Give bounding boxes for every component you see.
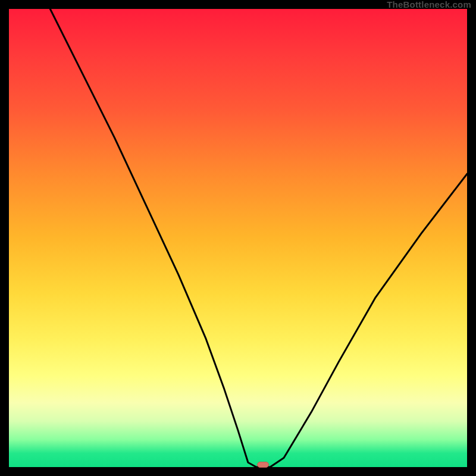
curve-svg bbox=[9, 9, 467, 467]
chart-frame: TheBottleneck.com bbox=[0, 0, 476, 476]
plot-area bbox=[9, 9, 467, 467]
min-marker bbox=[257, 462, 269, 468]
bottleneck-curve bbox=[50, 9, 467, 467]
watermark-text: TheBottleneck.com bbox=[387, 0, 471, 9]
